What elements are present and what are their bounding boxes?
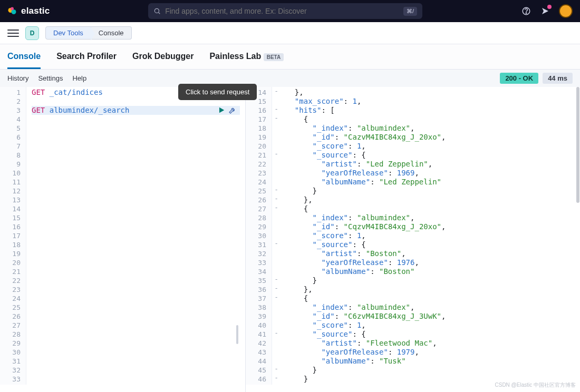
- request-code[interactable]: GET _cat/indices GET albumindex/_search: [26, 87, 245, 385]
- request-resize-grip[interactable]: [236, 325, 238, 344]
- tab-console[interactable]: Console: [7, 52, 41, 69]
- breadcrumb-console: Console: [91, 26, 132, 40]
- help-link[interactable]: Help: [72, 74, 86, 82]
- status-badge: 200 - OK: [500, 73, 538, 84]
- search-icon: [153, 7, 161, 15]
- watermark-text: CSDN @Elastic 中国社区官方博客: [495, 381, 576, 389]
- console-toolbar-left: History Settings Help: [7, 74, 86, 82]
- user-avatar[interactable]: [559, 4, 573, 18]
- request-editor[interactable]: 1234567891011121314151617181920212223242…: [0, 87, 246, 392]
- response-viewer[interactable]: 1415161718192021222324252627282930313233…: [246, 87, 580, 392]
- settings-link[interactable]: Settings: [38, 74, 63, 82]
- svg-point-2: [11, 7, 14, 11]
- console-toolbar: History Settings Help 200 - OK 44 ms: [0, 70, 580, 87]
- global-search[interactable]: ⌘/: [148, 3, 422, 19]
- response-fold-gutter[interactable]: --------------: [272, 87, 281, 383]
- tab-painless-label: Painless Lab: [209, 52, 261, 61]
- help-icon[interactable]: [521, 6, 531, 16]
- header-actions: [521, 4, 573, 18]
- global-search-input[interactable]: [165, 7, 399, 15]
- request-row-actions: [218, 106, 237, 114]
- pane-resize-handle[interactable]: [246, 153, 249, 392]
- response-line-gutter: 1415161718192021222324252627282930313233…: [246, 87, 272, 385]
- send-request-tooltip: Click to send request: [178, 84, 257, 100]
- svg-line-4: [158, 12, 160, 14]
- notification-dot: [547, 5, 552, 9]
- console-toolbar-right: 200 - OK 44 ms: [500, 73, 573, 84]
- newsfeed-icon[interactable]: [540, 6, 550, 16]
- response-scrollbar[interactable]: [576, 87, 580, 392]
- breadcrumb: Dev Tools Console: [45, 26, 132, 40]
- history-link[interactable]: History: [7, 74, 28, 82]
- tab-painless-lab[interactable]: Painless Lab BETA: [209, 52, 284, 69]
- breadcrumb-devtools[interactable]: Dev Tools: [45, 26, 91, 40]
- brand-area: elastic: [7, 6, 50, 16]
- top-header: elastic ⌘/: [0, 0, 580, 22]
- editor-panes: 1234567891011121314151617181920212223242…: [0, 87, 580, 392]
- elastic-logo-icon: [7, 6, 17, 16]
- menu-toggle-icon[interactable]: [7, 27, 19, 39]
- response-code[interactable]: }, "max_score": 1, "hits": [ { "_index":…: [281, 87, 580, 385]
- latency-badge: 44 ms: [543, 73, 573, 84]
- deployment-badge[interactable]: D: [25, 26, 39, 40]
- request-line-gutter: 1234567891011121314151617181920212223242…: [0, 87, 26, 385]
- brand-text: elastic: [21, 6, 50, 16]
- tab-search-profiler[interactable]: Search Profiler: [56, 52, 117, 69]
- request-options-icon[interactable]: [228, 106, 237, 114]
- search-shortcut: ⌘/: [403, 7, 417, 16]
- dev-tools-tabs: Console Search Profiler Grok Debugger Pa…: [0, 44, 580, 70]
- send-request-icon[interactable]: [218, 106, 225, 114]
- svg-point-3: [154, 8, 159, 13]
- breadcrumb-bar: D Dev Tools Console: [0, 22, 580, 44]
- response-scroll-thumb[interactable]: [576, 87, 579, 203]
- beta-badge: BETA: [264, 53, 284, 61]
- svg-point-6: [526, 13, 527, 14]
- tab-grok-debugger[interactable]: Grok Debugger: [132, 52, 194, 69]
